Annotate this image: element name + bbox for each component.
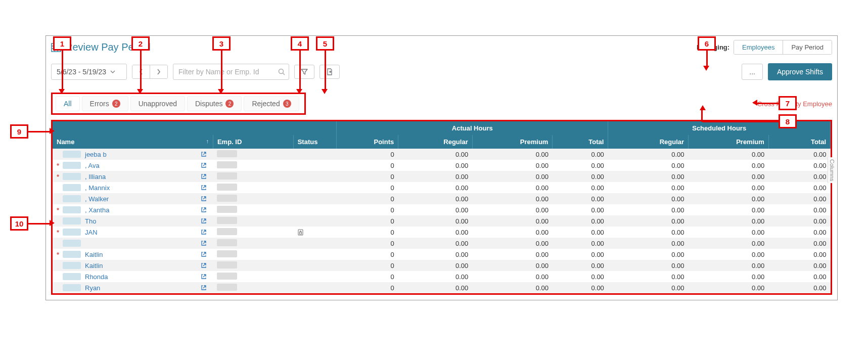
actual-premium-cell: 0.00 <box>472 160 553 171</box>
redacted-empid <box>217 284 237 291</box>
status-cell <box>293 193 336 204</box>
actual-regular-cell: 0.00 <box>398 182 473 193</box>
open-employee-icon[interactable] <box>201 240 209 246</box>
actual-total-cell: 0.00 <box>553 160 608 171</box>
cross-property-star: * <box>57 206 61 214</box>
toolbar: 5/6/23 - 5/19/23 <box>51 59 832 87</box>
redacted-lastname <box>63 217 81 225</box>
col-points[interactable]: Points <box>337 135 398 149</box>
col-actual-total[interactable]: Total <box>553 135 608 149</box>
col-sched-regular[interactable]: Regular <box>608 135 689 149</box>
callout-10: 10 <box>10 216 28 231</box>
actual-total-cell: 0.00 <box>553 193 608 204</box>
col-actual-regular[interactable]: Regular <box>398 135 473 149</box>
table-row: Ryan00.000.000.000.000.000.00 <box>53 282 831 293</box>
sched-premium-cell: 0.00 <box>689 238 769 249</box>
col-sched-total[interactable]: Total <box>768 135 830 149</box>
open-employee-icon[interactable] <box>201 173 209 180</box>
actual-total-cell: 0.00 <box>553 215 608 227</box>
table-row: , Walker00.000.000.000.000.000.00 <box>53 193 831 204</box>
chevron-down-icon <box>110 70 115 73</box>
cross-property-star: * <box>57 251 61 258</box>
employee-name-link[interactable]: jeeba b <box>85 151 107 158</box>
sched-regular-cell: 0.00 <box>608 182 689 193</box>
points-cell: 0 <box>337 249 398 260</box>
sched-regular-cell: 0.00 <box>608 171 689 182</box>
table-row: *Kaitlin00.000.000.000.000.000.00 <box>53 249 831 260</box>
points-cell: 0 <box>337 215 398 227</box>
employee-name-link[interactable]: JAN <box>85 229 98 236</box>
filter-button[interactable] <box>294 65 314 79</box>
redacted-lastname <box>63 229 81 236</box>
col-empid[interactable]: Emp. ID <box>213 135 293 149</box>
status-cell <box>293 249 336 260</box>
managing-payperiod-button[interactable]: Pay Period <box>783 40 832 54</box>
employee-name-link[interactable]: , Illiana <box>85 173 106 181</box>
open-employee-icon[interactable] <box>201 207 209 213</box>
date-nav-group <box>132 65 168 79</box>
search-input[interactable] <box>173 64 289 80</box>
open-employee-icon[interactable] <box>201 251 209 257</box>
callout-3: 3 <box>212 36 231 51</box>
status-cell <box>293 149 336 160</box>
employee-name-link[interactable]: Kaitlin <box>85 262 103 270</box>
status-cell <box>293 282 336 293</box>
open-employee-icon[interactable] <box>201 262 209 268</box>
tab-unapproved-label: Unapproved <box>139 100 177 108</box>
callout-4: 4 <box>291 36 309 51</box>
open-employee-icon[interactable] <box>201 274 209 280</box>
tab-rejected[interactable]: Rejected 3 <box>244 96 299 111</box>
employee-name-link[interactable]: Kaitlin <box>85 251 103 258</box>
points-cell: 0 <box>337 193 398 204</box>
actual-regular-cell: 0.00 <box>398 193 473 204</box>
tab-unapproved[interactable]: Unapproved <box>130 96 185 111</box>
col-actual-premium[interactable]: Premium <box>472 135 553 149</box>
columns-panel-toggle[interactable]: Columns <box>828 157 836 183</box>
callout-1: 1 <box>53 36 71 51</box>
open-employee-icon[interactable] <box>201 185 209 191</box>
next-period-button[interactable] <box>150 65 167 78</box>
redacted-empid <box>217 184 237 191</box>
employee-name-link[interactable]: , Walker <box>85 195 109 203</box>
sched-premium-cell: 0.00 <box>689 249 769 260</box>
sched-premium-cell: 0.00 <box>689 271 769 282</box>
employee-name-link[interactable]: Tho <box>85 217 96 225</box>
open-employee-icon[interactable] <box>201 229 209 235</box>
sched-total-cell: 0.00 <box>768 260 830 271</box>
redacted-lastname <box>63 251 81 258</box>
employee-name-link[interactable]: Rhonda <box>85 273 108 281</box>
sched-total-cell: 0.00 <box>768 204 830 215</box>
redacted-empid <box>217 228 237 235</box>
open-employee-icon[interactable] <box>201 162 209 168</box>
col-status[interactable]: Status <box>293 135 336 149</box>
svg-rect-8 <box>300 232 302 234</box>
managing-employees-button[interactable]: Employees <box>734 40 783 54</box>
tab-all[interactable]: All <box>56 96 80 111</box>
points-cell: 0 <box>337 227 398 238</box>
managing-toggle: Employees Pay Period <box>734 40 832 55</box>
callout-6: 6 <box>698 36 716 51</box>
employee-name-link[interactable]: , Xantha <box>85 206 109 214</box>
employee-name-link[interactable]: Ryan <box>85 284 100 292</box>
open-employee-icon[interactable] <box>201 285 209 291</box>
employee-name-link[interactable]: , Ava <box>85 162 100 169</box>
col-sched-premium[interactable]: Premium <box>689 135 769 149</box>
employee-name-link[interactable]: , Mannix <box>85 184 110 192</box>
points-cell: 0 <box>337 238 398 249</box>
more-actions-button[interactable]: ... <box>742 64 763 80</box>
approve-shifts-button[interactable]: Approve Shifts <box>768 63 832 80</box>
open-employee-icon[interactable] <box>201 196 209 202</box>
tab-disputes[interactable]: Disputes 2 <box>187 96 242 111</box>
open-employee-icon[interactable] <box>201 151 209 157</box>
open-employee-icon[interactable] <box>201 218 209 224</box>
export-button[interactable] <box>319 65 340 79</box>
sched-regular-cell: 0.00 <box>608 215 689 227</box>
group-header-row: Actual Hours Scheduled Hours <box>53 121 831 135</box>
points-cell: 0 <box>337 171 398 182</box>
table-wrapper: Actual Hours Scheduled Hours Name↑ Emp. … <box>51 120 832 295</box>
tab-errors[interactable]: Errors 2 <box>82 96 128 111</box>
points-cell: 0 <box>337 204 398 215</box>
redacted-empid <box>217 250 237 257</box>
search-icon <box>278 68 285 75</box>
col-name[interactable]: Name↑ <box>53 135 213 149</box>
